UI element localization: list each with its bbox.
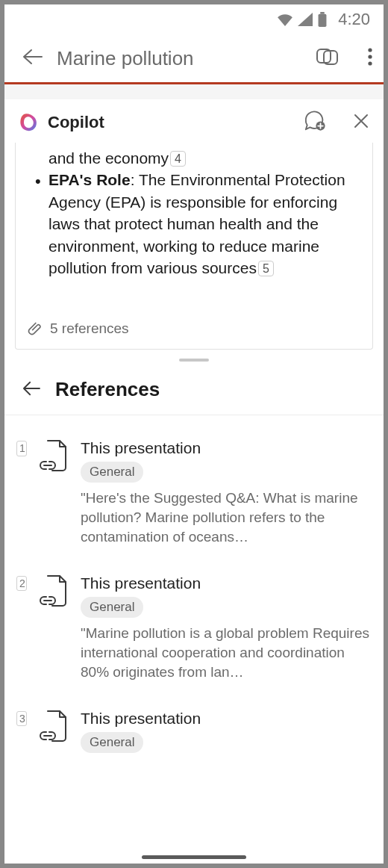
- svg-point-6: [368, 61, 372, 65]
- svg-point-4: [368, 48, 372, 52]
- new-chat-button[interactable]: [303, 110, 327, 135]
- copilot-header-icon[interactable]: [315, 46, 340, 71]
- copilot-title: Copilot: [48, 113, 294, 132]
- citation-4[interactable]: 4: [170, 151, 186, 167]
- references-back-button[interactable]: [21, 380, 42, 400]
- spacer: [4, 84, 384, 99]
- back-button[interactable]: [21, 48, 43, 69]
- gesture-bar: [142, 855, 246, 859]
- reference-snippet: "Here's the Suggested Q&A: What is marin…: [81, 489, 372, 546]
- status-time: 4:20: [338, 10, 370, 29]
- bullet-dot-icon: •: [35, 170, 41, 193]
- citation-5[interactable]: 5: [258, 261, 274, 276]
- response-bullet: • EPA's Role: The Environmental Protecti…: [48, 169, 359, 279]
- copilot-response-card: and the economy4 • EPA's Role: The Envir…: [15, 143, 373, 350]
- cell-signal-icon: [298, 13, 313, 26]
- status-bar: 4:20: [4, 4, 384, 34]
- reference-item[interactable]: 1 This presentation General "Here's the …: [16, 429, 372, 564]
- response-trailing-line: and the economy4: [48, 147, 359, 169]
- reference-index: 2: [16, 576, 27, 591]
- copilot-logo-icon: [18, 112, 39, 133]
- document-title: Marine pollution: [57, 47, 301, 70]
- more-menu-button[interactable]: [367, 47, 373, 69]
- reference-tag: General: [81, 597, 143, 618]
- references-header: References: [4, 365, 384, 415]
- battery-icon: [317, 12, 328, 27]
- reference-title: This presentation: [81, 439, 372, 457]
- attachment-icon: [28, 321, 43, 336]
- copilot-panel-header: Copilot: [4, 99, 384, 143]
- reference-index: 1: [16, 441, 27, 456]
- document-link-icon: [37, 573, 70, 612]
- svg-point-5: [368, 55, 372, 58]
- reference-item[interactable]: 2 This presentation General "Marine poll…: [16, 564, 372, 699]
- references-list: 1 This presentation General "Here's the …: [4, 415, 384, 777]
- bullet-label: EPA's Role: [48, 171, 131, 188]
- references-summary-text: 5 references: [50, 320, 129, 337]
- references-summary[interactable]: 5 references: [26, 320, 362, 337]
- reference-tag: General: [81, 732, 143, 753]
- svg-rect-1: [319, 14, 327, 27]
- references-title: References: [55, 378, 160, 401]
- wifi-icon: [277, 13, 293, 26]
- reference-title: This presentation: [81, 574, 372, 592]
- reference-index: 3: [16, 711, 27, 726]
- close-button[interactable]: [352, 112, 370, 133]
- reference-title: This presentation: [81, 710, 372, 728]
- reference-snippet: "Marine pollution is a global problem Re…: [81, 624, 372, 681]
- svg-rect-0: [320, 12, 324, 14]
- app-header: Marine pollution: [4, 34, 384, 82]
- reference-tag: General: [81, 462, 143, 483]
- document-link-icon: [37, 708, 70, 747]
- document-link-icon: [37, 438, 70, 477]
- drag-handle[interactable]: [4, 350, 384, 365]
- reference-item[interactable]: 3 This presentation General: [16, 699, 372, 777]
